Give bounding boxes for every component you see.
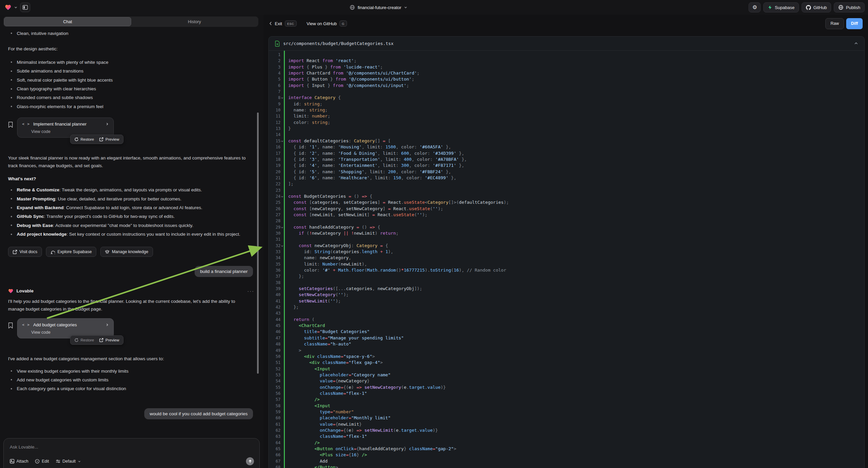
restore-icon bbox=[74, 338, 79, 342]
diff-toggle-button[interactable]: Diff bbox=[846, 18, 863, 29]
list-item: Refine & Customize: Tweak the design, an… bbox=[8, 186, 256, 195]
chevron-down-icon bbox=[78, 460, 81, 463]
whats-next-list: Refine & Customize: Tweak the design, an… bbox=[8, 186, 256, 239]
restore-button[interactable]: Restore bbox=[74, 338, 94, 342]
code-line: 10 name: string; bbox=[269, 107, 864, 113]
view-code-link[interactable]: View code bbox=[31, 129, 109, 134]
sidebar-toggle-button[interactable] bbox=[20, 3, 30, 12]
code-line: 11 limit: number; bbox=[269, 113, 864, 119]
collapse-chevron-up-icon[interactable] bbox=[854, 41, 858, 46]
preview-button[interactable]: Preview bbox=[99, 338, 119, 342]
code-line: 55 onChange={(e) => setNewCategory(e.tar… bbox=[269, 384, 864, 390]
list-item: Each category gets a unique color for vi… bbox=[8, 385, 256, 394]
explore-supabase-button[interactable]: Explore Supabase bbox=[46, 247, 96, 257]
view-on-github-button[interactable]: View on GitHub G bbox=[307, 21, 347, 27]
list-item: Clean, intuitive navigation bbox=[8, 30, 256, 38]
send-button[interactable] bbox=[246, 457, 254, 465]
code-line: 67 Add bbox=[269, 458, 864, 464]
sliders-icon bbox=[56, 459, 60, 464]
code-line: 2import React from 'react'; bbox=[269, 58, 864, 64]
esc-key-badge: ESC bbox=[285, 21, 297, 27]
view-code-link[interactable]: View code bbox=[31, 330, 109, 335]
project-switcher[interactable]: financial-future-creator bbox=[350, 0, 407, 15]
code-line: 65 <Button onClick={handleAddCategory} c… bbox=[269, 446, 864, 452]
design-heading: For the design aesthetic: bbox=[8, 45, 256, 53]
code-line: 51 <div className="flex gap-4"> bbox=[269, 359, 864, 365]
file-diff-card: src/components/budget/BudgetCategories.t… bbox=[269, 36, 865, 468]
bookmark-icon[interactable] bbox=[8, 121, 13, 128]
tab-history[interactable]: History bbox=[131, 17, 258, 26]
tab-chat[interactable]: Chat bbox=[4, 17, 131, 26]
restore-button[interactable]: Restore bbox=[74, 137, 94, 141]
assistant-paragraph: I've added a new budget categories manag… bbox=[8, 355, 256, 362]
code-line: 32 const newCategoryObj: Category = { bbox=[269, 243, 864, 249]
chat-history-tabs: Chat History bbox=[3, 17, 258, 27]
project-name: financial-future-creator bbox=[358, 5, 401, 10]
manage-knowledge-button[interactable]: Manage knowledge bbox=[100, 247, 153, 257]
code-line: 33 id: String(categories.length + 1), bbox=[269, 249, 864, 255]
prompt-placeholder: Ask Lovable... bbox=[10, 444, 253, 449]
code-line: 29 const handleAddCategory = () => { bbox=[269, 224, 864, 230]
diff-added-bar bbox=[284, 51, 285, 468]
code-line: 39 setCategories([...categories, newCate… bbox=[269, 286, 864, 292]
edit-button[interactable]: Edit bbox=[35, 459, 49, 464]
preview-button[interactable]: Preview bbox=[99, 137, 119, 141]
user-message: build a financial planner bbox=[195, 266, 253, 277]
restore-icon bbox=[74, 137, 79, 141]
supabase-button[interactable]: Supabase bbox=[763, 2, 799, 12]
code-line: 16 { id: '1', name: 'Housing', limit: 15… bbox=[269, 144, 864, 150]
code-editor[interactable]: 12import React from 'react';3import { Pl… bbox=[269, 51, 864, 468]
code-line: 19 { id: '4', name: 'Entertainment', lim… bbox=[269, 163, 864, 169]
code-line: 45 <ChartCard bbox=[269, 323, 864, 329]
file-header[interactable]: src/components/budget/BudgetCategories.t… bbox=[269, 37, 864, 51]
version-actions: Restore Preview bbox=[70, 335, 123, 345]
code-line: 52 <Input bbox=[269, 366, 864, 372]
list-item: Debug with Ease: Activate our experiment… bbox=[8, 222, 256, 230]
exit-button[interactable]: Exit ESC bbox=[269, 21, 297, 27]
arrow-up-icon bbox=[248, 460, 252, 463]
chat-panel: Chat History Clean, intuitive navigation… bbox=[0, 15, 264, 468]
project-chevron-down-icon bbox=[404, 6, 407, 9]
list-item: Glass-morphic elements for a premium fee… bbox=[8, 103, 256, 112]
assistant-header: Lovable ··· bbox=[8, 288, 256, 294]
prompt-input-box[interactable]: Ask Lovable... Attach Edit Default bbox=[3, 438, 260, 468]
select-edit-icon bbox=[35, 459, 39, 464]
code-line: 44 return ( bbox=[269, 317, 864, 323]
list-item: Clean typography with clear hierarchies bbox=[8, 85, 256, 94]
model-selector[interactable]: Default bbox=[56, 459, 81, 464]
top-bar: financial-future-creator ⚙ Supabase GitH… bbox=[0, 0, 868, 15]
design-bullet-partial: Clean, intuitive navigation bbox=[8, 30, 256, 38]
code-line: 4import ChartCard from '@/components/ui/… bbox=[269, 70, 864, 76]
visit-docs-button[interactable]: Visit docs bbox=[8, 247, 42, 257]
panel-icon bbox=[23, 5, 28, 10]
supabase-icon bbox=[768, 5, 772, 10]
lovable-logo-icon[interactable] bbox=[5, 4, 11, 11]
list-item: Minimalist interface with plenty of whit… bbox=[8, 58, 256, 67]
settings-button[interactable]: ⚙ bbox=[749, 2, 761, 12]
gear-icon: ⚙ bbox=[752, 5, 757, 10]
raw-toggle-button[interactable]: Raw bbox=[826, 18, 844, 29]
assistant-name: Lovable bbox=[17, 288, 34, 293]
code-line: 46 title="Budget Categories" bbox=[269, 329, 864, 335]
code-line: 59 type="number" bbox=[269, 409, 864, 415]
attach-button[interactable]: Attach bbox=[10, 459, 28, 464]
code-line: 3import { Plus } from 'lucide-react'; bbox=[269, 64, 864, 70]
publish-globe-icon bbox=[838, 5, 843, 10]
chat-messages[interactable]: Clean, intuitive navigation For the desi… bbox=[0, 30, 264, 423]
logo-chevron-down-icon[interactable] bbox=[14, 6, 18, 9]
code-line: 34 name: newCategory, bbox=[269, 255, 864, 261]
external-link-icon bbox=[99, 137, 103, 141]
chat-bubble-icon bbox=[51, 250, 55, 254]
code-line: 50 <div className="space-y-6"> bbox=[269, 353, 864, 359]
code-line: 40 setNewCategory(''); bbox=[269, 292, 864, 298]
code-line: 22]; bbox=[269, 181, 864, 187]
code-toolbar: Exit ESC View on GitHub G Raw Diff bbox=[264, 15, 868, 32]
github-button[interactable]: GitHub bbox=[802, 2, 831, 12]
code-line: 6import { Input } from '@/components/ui/… bbox=[269, 83, 864, 89]
code-line: 15const defaultCategories: Category[] = … bbox=[269, 138, 864, 144]
bookmark-icon[interactable] bbox=[8, 322, 13, 329]
message-more-button[interactable]: ··· bbox=[247, 288, 254, 294]
code-line: 17 { id: '2', name: 'Food & Dining', lim… bbox=[269, 150, 864, 156]
chat-scrollbar[interactable] bbox=[257, 113, 259, 374]
publish-button[interactable]: Publish bbox=[834, 2, 865, 12]
